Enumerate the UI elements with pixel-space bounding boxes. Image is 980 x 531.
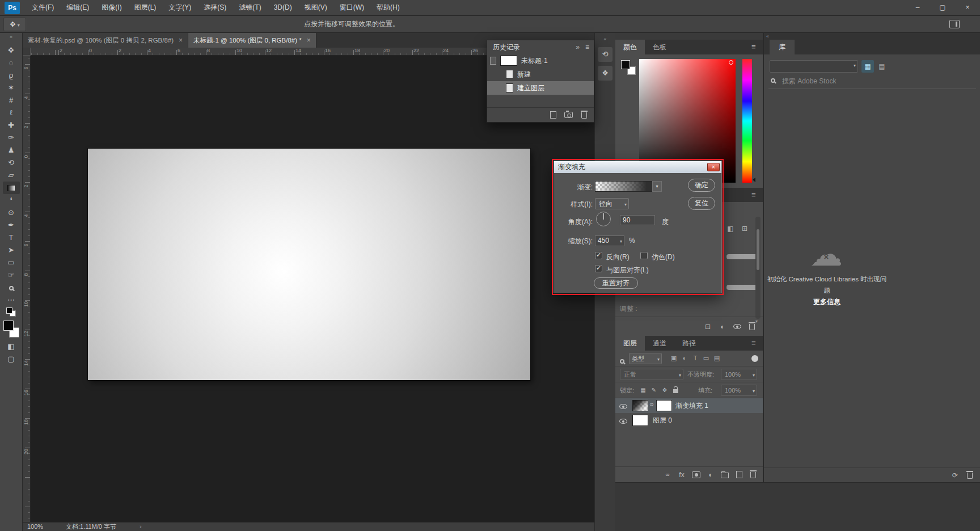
layer-thumbnail[interactable]: [632, 400, 648, 411]
align-checkbox[interactable]: [595, 265, 602, 272]
foreground-background-swatches[interactable]: [621, 60, 636, 75]
tool-ellipsis[interactable]: ⋯: [3, 294, 20, 306]
filter-pixel-layers-icon[interactable]: ▣: [670, 353, 678, 363]
lasso-tool[interactable]: ϱ: [3, 69, 20, 82]
ok-button[interactable]: 确定: [688, 179, 715, 192]
blend-mode-select[interactable]: 正常 ▾: [620, 369, 683, 380]
history-state[interactable]: 建立图层: [487, 81, 594, 95]
type-tool[interactable]: T: [3, 231, 20, 244]
dodge-tool[interactable]: ⊙: [3, 206, 20, 219]
panel-tab[interactable]: 色板: [645, 40, 674, 54]
menu-item[interactable]: 编辑(E): [60, 0, 95, 15]
menu-item[interactable]: 帮助(H): [370, 0, 406, 15]
clip-to-layer-icon[interactable]: ⊡: [704, 322, 712, 332]
scale-combo[interactable]: 450 ▾: [595, 235, 624, 246]
zoom-level[interactable]: 100%: [27, 522, 43, 531]
panel-collapse-icon[interactable]: »: [576, 40, 580, 54]
pen-tool[interactable]: ✒: [3, 219, 20, 231]
zoom-tool[interactable]: [3, 281, 20, 294]
panel-menu-icon[interactable]: ≡: [585, 40, 589, 54]
scrollbar-thumb[interactable]: [757, 229, 759, 270]
maximize-button[interactable]: ▢: [930, 0, 955, 15]
healing-brush-tool[interactable]: ✚: [3, 119, 20, 132]
menu-item[interactable]: 3D(D): [268, 0, 298, 15]
link-layers-icon[interactable]: 8: [664, 470, 671, 480]
rectangle-tool[interactable]: ▭: [3, 256, 20, 269]
slider-track[interactable]: [726, 285, 759, 290]
reset-button[interactable]: 复位: [688, 197, 715, 210]
quick-selection-tool[interactable]: ✶: [3, 82, 20, 94]
layer-thumbnail[interactable]: [632, 415, 648, 426]
new-adjustment-layer-icon[interactable]: ◐: [707, 470, 715, 480]
filter-adjustment-layers-icon[interactable]: ◐: [681, 353, 688, 363]
workspace-icon[interactable]: [949, 20, 960, 28]
visibility-icon[interactable]: [733, 322, 741, 332]
quick-mask-button[interactable]: ◧: [3, 340, 20, 353]
history-source-icon[interactable]: [490, 70, 497, 79]
lock-position-icon[interactable]: ✥: [661, 385, 669, 395]
history-source-icon[interactable]: [490, 57, 496, 65]
toolbar-collapse-icon[interactable]: »: [0, 33, 22, 41]
layer-visibility-icon[interactable]: [619, 418, 627, 425]
current-tool-button[interactable]: ✥ ▾: [3, 18, 26, 31]
marquee-tool[interactable]: ◌: [3, 57, 20, 69]
angle-dial[interactable]: [596, 212, 611, 226]
layer-row[interactable]: 图层 0: [615, 413, 763, 428]
ruler-corner[interactable]: [23, 48, 31, 56]
tab-libraries[interactable]: 库: [770, 40, 795, 54]
minimize-button[interactable]: –: [905, 0, 930, 15]
menu-item[interactable]: 窗口(W): [333, 0, 370, 15]
panel-tab[interactable]: 颜色: [615, 40, 645, 54]
menu-item[interactable]: 滤镜(T): [233, 0, 267, 15]
eraser-tool[interactable]: ▱: [3, 169, 20, 182]
lock-transparency-icon[interactable]: ▦: [639, 385, 647, 395]
tab-close-icon[interactable]: ×: [179, 36, 183, 44]
hue-slider[interactable]: [742, 59, 752, 183]
opacity-select[interactable]: 100% ▾: [721, 369, 757, 380]
status-expand-icon[interactable]: ›: [140, 522, 142, 531]
panel-tab[interactable]: 图层: [615, 336, 645, 351]
gradient-preview[interactable]: [595, 181, 653, 192]
reset-alignment-button[interactable]: 重置对齐: [594, 277, 638, 289]
filter-search-icon[interactable]: [620, 359, 624, 364]
menu-item[interactable]: 文件(F): [26, 0, 60, 15]
hand-tool[interactable]: ☞: [3, 269, 20, 281]
delete-state-icon[interactable]: [580, 110, 588, 120]
gradient-dropdown-icon[interactable]: ▾: [652, 181, 662, 192]
menu-item[interactable]: 图层(L): [128, 0, 163, 15]
document-tab[interactable]: 素材-恢复的.psd @ 100% (图层 0 拷贝 2, RGB/8#)×: [23, 33, 188, 48]
screen-mode-button[interactable]: ▢: [3, 353, 20, 365]
gradient-tool[interactable]: [3, 182, 20, 194]
history-source-icon[interactable]: [490, 83, 497, 92]
collapse-icon[interactable]: «: [766, 33, 769, 39]
move-tool[interactable]: ✥: [3, 44, 20, 57]
document-canvas[interactable]: [88, 149, 530, 380]
dialog-close-button[interactable]: ×: [707, 163, 720, 171]
library-select[interactable]: ▾: [770, 60, 858, 73]
lock-all-icon[interactable]: [671, 385, 679, 395]
layer-name[interactable]: 图层 0: [653, 416, 672, 425]
more-info-link[interactable]: 更多信息: [766, 297, 888, 307]
menu-item[interactable]: 图像(I): [95, 0, 128, 15]
history-state[interactable]: 未标题-1: [487, 54, 594, 68]
eyedropper-tool[interactable]: ℓ: [3, 107, 20, 119]
new-snapshot-icon[interactable]: [564, 110, 573, 120]
history-brush-tool[interactable]: ⟲: [3, 157, 20, 169]
new-group-icon[interactable]: [721, 470, 729, 480]
add-layer-mask-icon[interactable]: [692, 470, 700, 480]
panel-tab[interactable]: 路径: [674, 336, 704, 351]
foreground-background-colors[interactable]: [3, 319, 20, 340]
default-colors-mini[interactable]: [3, 306, 20, 319]
close-button[interactable]: ×: [955, 0, 980, 15]
sync-libraries-icon[interactable]: ⟳: [951, 470, 959, 481]
clone-stamp-tool[interactable]: ♟: [3, 144, 20, 157]
delete-adjustment-icon[interactable]: [748, 322, 756, 332]
slider-track[interactable]: [726, 254, 759, 259]
filter-shape-layers-icon[interactable]: ▭: [702, 353, 710, 363]
menu-item[interactable]: 选择(S): [197, 0, 233, 15]
delete-layer-icon[interactable]: [749, 470, 757, 480]
panel-tab[interactable]: 通道: [645, 336, 674, 351]
properties-panel-icon[interactable]: ❖: [598, 66, 612, 81]
layer-mask-thumbnail[interactable]: [656, 400, 672, 411]
reverse-checkbox[interactable]: [595, 252, 602, 259]
